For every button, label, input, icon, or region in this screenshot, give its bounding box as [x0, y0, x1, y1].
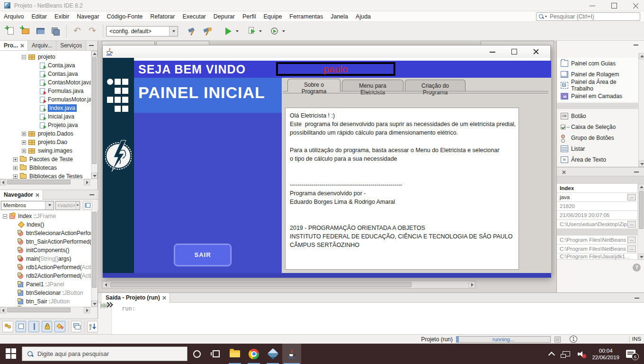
profile-caret-icon[interactable] [282, 30, 285, 32]
more-button[interactable]: ... [627, 246, 636, 252]
close-tab-icon[interactable] [36, 193, 39, 197]
scroll-down-icon[interactable] [91, 300, 98, 307]
scroll-left-icon[interactable] [0, 307, 6, 313]
projects-vscrollbar[interactable] [91, 51, 97, 179]
tree-item[interactable]: projeto.Dao [0, 138, 91, 146]
minimize-panel-icon[interactable] [635, 298, 639, 299]
java-app-icon[interactable] [282, 344, 301, 364]
show-constructors-icon[interactable] [54, 321, 65, 332]
palette-item-button-group[interactable]: Grupo de Botões [557, 132, 638, 143]
task-view-icon[interactable] [206, 344, 225, 364]
cortana-icon[interactable] [188, 344, 206, 364]
tree-item[interactable]: projeto [0, 53, 91, 61]
tree-item[interactable]: Inicial.java [0, 112, 91, 121]
menu-exibir[interactable]: Exibir [51, 13, 73, 20]
scroll-left-icon[interactable] [0, 179, 6, 185]
navigator-item[interactable]: Panel1 : JPanel [0, 280, 91, 289]
palette-item-checkbox[interactable]: Caixa de Seleção [557, 121, 638, 132]
minimize-panel-icon[interactable] [89, 194, 94, 195]
network-icon[interactable] [563, 351, 570, 356]
menu-perfil[interactable]: Perfil [239, 13, 259, 20]
tree-item[interactable]: projeto.Dados [0, 129, 91, 138]
navigator-item[interactable]: Index :: JFrame [0, 212, 91, 220]
expand-icon[interactable] [22, 140, 26, 145]
menu-equipe[interactable]: Equipe [259, 13, 286, 20]
debug-caret-icon[interactable] [259, 30, 262, 32]
more-button[interactable]: ... [627, 221, 636, 228]
filter-caret-icon[interactable] [76, 201, 80, 209]
open-project-button[interactable] [34, 25, 47, 38]
app-close-icon[interactable] [532, 48, 540, 55]
members-caret-icon[interactable] [45, 201, 54, 209]
menu-refatorar[interactable]: Refatorar [146, 13, 179, 20]
tab-servicos[interactable]: Serviços [56, 41, 86, 50]
tree-item[interactable]: FormulasMotor.jav [0, 95, 91, 104]
menu-editar[interactable]: Editar [27, 13, 51, 20]
profile-button[interactable] [268, 25, 281, 38]
expand-icon[interactable] [13, 157, 18, 162]
muted-speaker-icon[interactable] [578, 351, 585, 357]
sort-alphabetically-icon[interactable]: az [87, 321, 98, 332]
property-value-row[interactable]: C:\Program Files\NetBeans ...... [557, 245, 637, 254]
menu-depurar[interactable]: Depurar [210, 13, 239, 20]
clean-build-button[interactable] [201, 25, 214, 38]
tab-navegador[interactable]: Navegador [0, 190, 43, 200]
scroll-down-icon[interactable] [638, 254, 644, 260]
tray-chevron-icon[interactable] [548, 352, 555, 358]
navigator-item[interactable]: initComponents() [0, 246, 91, 255]
more-button[interactable]: ... [627, 237, 636, 243]
editor-tab-stub[interactable] [102, 41, 155, 45]
tree-item[interactable]: Contas.java [0, 70, 91, 78]
new-file-button[interactable] [4, 25, 17, 38]
scroll-left-icon[interactable] [103, 282, 109, 288]
menu-ajuda[interactable]: Ajuda [352, 13, 375, 20]
minimize-panel-icon[interactable] [634, 45, 638, 46]
collapse-icon[interactable] [3, 214, 7, 218]
projects-hscrollbar[interactable] [0, 179, 97, 185]
app-maximize-icon[interactable] [510, 48, 518, 55]
property-value-row[interactable]: C:\Users\eduar\Desktop\Zip...... [557, 220, 637, 229]
about-textarea[interactable]: Olá Eletricista ! :) Este programa foi d… [285, 108, 519, 270]
navigator-item[interactable]: btnSelecionarActionPerfor [0, 229, 91, 237]
collapse-icon[interactable] [22, 55, 26, 59]
save-all-button[interactable] [49, 25, 63, 38]
tab-arquivos[interactable]: Arquiv... [28, 41, 56, 50]
scroll-down-icon[interactable] [639, 161, 644, 167]
scroll-down-icon[interactable] [91, 173, 98, 179]
palette-item-tabbed-pane[interactable]: Painel com Guias [557, 58, 638, 69]
properties-vscrollbar[interactable] [637, 184, 644, 260]
notification-balloon-icon[interactable]: 1 [570, 336, 577, 343]
config-combobox[interactable]: <config. default> [106, 26, 178, 36]
menu-codigo-fonte[interactable]: Código-Fonte [103, 13, 147, 20]
show-static-members-icon[interactable] [28, 321, 39, 332]
menu-ferramentas[interactable]: Ferramentas [286, 13, 327, 20]
navigator-vscrollbar[interactable] [91, 211, 97, 307]
tab-projetos[interactable]: Pro... [0, 41, 28, 50]
palette-group-separator[interactable] [557, 103, 638, 109]
menu-executar[interactable]: Executar [179, 13, 209, 20]
run-caret-icon[interactable] [236, 30, 239, 32]
scroll-right-icon[interactable] [84, 179, 90, 185]
palette-item-button[interactable]: OKBotão [557, 110, 638, 121]
members-combobox[interactable]: Membros [1, 201, 54, 210]
tab-menu-eletricista[interactable]: Menu para Eletricista [342, 80, 403, 91]
property-value-row[interactable]: 21/06/2019 20:07:05 [557, 211, 637, 220]
palette-item-desktop-pane[interactable]: Painel da Área de Trabalho [557, 80, 638, 91]
navigator-item[interactable]: rdb1ActionPerformed(Acti [0, 263, 91, 272]
menu-navegar[interactable]: Navegar [73, 13, 103, 20]
action-center-icon[interactable]: 6 [626, 350, 635, 358]
editor-hscrollbar[interactable] [102, 281, 476, 289]
close-tab-icon[interactable] [20, 44, 24, 47]
app-titlebar[interactable] [103, 46, 550, 58]
navigator-item[interactable]: rdb2ActionPerformed(Acti [0, 272, 91, 280]
tree-item[interactable]: Formulas.java [0, 87, 91, 95]
minimize-panel-icon[interactable] [634, 172, 639, 173]
run-button[interactable] [222, 25, 235, 38]
tree-item[interactable]: Projeto.java [0, 121, 91, 129]
config-caret-icon[interactable] [169, 27, 178, 36]
navigator-item[interactable]: btnSelecionar : JButton [0, 289, 91, 297]
menu-arquivo[interactable]: Arquivo [0, 13, 27, 20]
palette-item-text-area[interactable]: txÁrea de Texto [557, 154, 638, 165]
minimize-icon[interactable] [589, 2, 596, 9]
show-fields-icon[interactable] [16, 321, 27, 332]
